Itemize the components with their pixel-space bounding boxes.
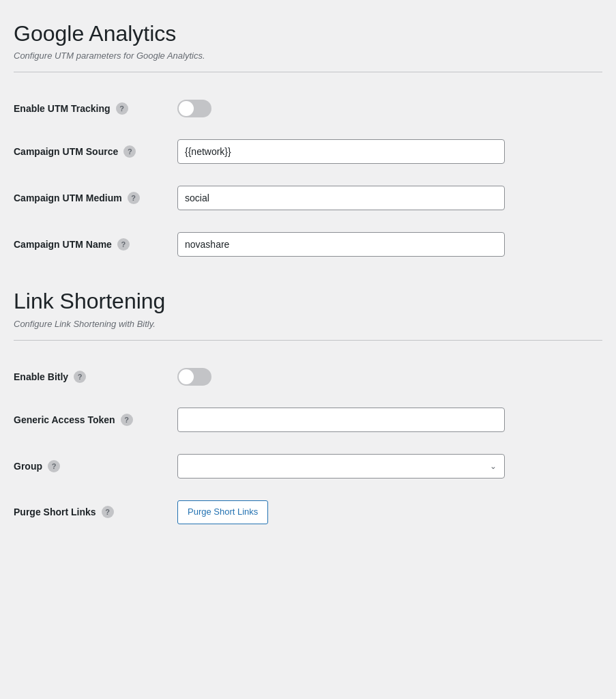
campaign-utm-medium-control bbox=[177, 186, 602, 210]
campaign-utm-medium-input[interactable] bbox=[177, 186, 505, 210]
enable-utm-tracking-help-icon[interactable]: ? bbox=[116, 102, 128, 115]
campaign-utm-name-control bbox=[177, 232, 602, 257]
enable-bitly-label-cell: Enable Bitly ? bbox=[14, 371, 177, 383]
enable-bitly-toggle[interactable] bbox=[177, 368, 211, 386]
purge-short-links-help-icon[interactable]: ? bbox=[102, 506, 114, 518]
purge-short-links-button[interactable]: Purge Short Links bbox=[177, 500, 268, 524]
enable-bitly-help-icon[interactable]: ? bbox=[74, 371, 86, 383]
campaign-utm-source-control bbox=[177, 139, 602, 164]
enable-bitly-label: Enable Bitly bbox=[14, 371, 68, 382]
purge-short-links-row: Purge Short Links ? Purge Short Links bbox=[14, 489, 602, 535]
campaign-utm-medium-help-icon[interactable]: ? bbox=[128, 192, 140, 204]
generic-access-token-label: Generic Access Token bbox=[14, 414, 115, 425]
group-label-cell: Group ? bbox=[14, 460, 177, 472]
purge-short-links-label-cell: Purge Short Links ? bbox=[14, 506, 177, 518]
enable-utm-tracking-toggle[interactable] bbox=[177, 100, 211, 117]
google-analytics-divider bbox=[14, 72, 602, 72]
campaign-utm-source-label-cell: Campaign UTM Source ? bbox=[14, 145, 177, 158]
group-help-icon[interactable]: ? bbox=[48, 460, 60, 472]
campaign-utm-medium-label-cell: Campaign UTM Medium ? bbox=[14, 192, 177, 204]
group-label: Group bbox=[14, 461, 42, 472]
group-select[interactable] bbox=[177, 454, 505, 479]
enable-utm-tracking-label: Enable UTM Tracking bbox=[14, 103, 111, 114]
google-analytics-section: Google Analytics Configure UTM parameter… bbox=[14, 20, 602, 268]
link-shortening-divider bbox=[14, 340, 602, 341]
campaign-utm-medium-row: Campaign UTM Medium ? bbox=[14, 175, 602, 221]
campaign-utm-source-label: Campaign UTM Source bbox=[14, 146, 118, 157]
campaign-utm-medium-label: Campaign UTM Medium bbox=[14, 192, 122, 203]
enable-bitly-control bbox=[177, 368, 602, 386]
generic-access-token-label-cell: Generic Access Token ? bbox=[14, 414, 177, 426]
google-analytics-title: Google Analytics bbox=[14, 20, 602, 46]
campaign-utm-source-help-icon[interactable]: ? bbox=[123, 145, 136, 158]
campaign-utm-name-row: Campaign UTM Name ? bbox=[14, 221, 602, 268]
google-analytics-subtitle: Configure UTM parameters for Google Anal… bbox=[14, 51, 602, 61]
generic-access-token-row: Generic Access Token ? bbox=[14, 397, 602, 443]
link-shortening-section: Link Shortening Configure Link Shortenin… bbox=[14, 288, 602, 534]
enable-utm-tracking-control bbox=[177, 100, 602, 117]
campaign-utm-name-input[interactable] bbox=[177, 232, 505, 257]
google-analytics-header: Google Analytics Configure UTM parameter… bbox=[14, 20, 602, 61]
link-shortening-title: Link Shortening bbox=[14, 288, 602, 314]
campaign-utm-source-input[interactable] bbox=[177, 139, 505, 164]
enable-bitly-row: Enable Bitly ? bbox=[14, 357, 602, 397]
purge-short-links-control: Purge Short Links bbox=[177, 500, 602, 524]
group-row: Group ? ⌄ bbox=[14, 443, 602, 489]
group-control: ⌄ bbox=[177, 454, 602, 479]
generic-access-token-input[interactable] bbox=[177, 408, 505, 432]
campaign-utm-name-label: Campaign UTM Name bbox=[14, 239, 112, 250]
campaign-utm-name-help-icon[interactable]: ? bbox=[117, 238, 130, 251]
generic-access-token-control bbox=[177, 408, 602, 432]
campaign-utm-name-label-cell: Campaign UTM Name ? bbox=[14, 238, 177, 251]
link-shortening-header: Link Shortening Configure Link Shortenin… bbox=[14, 288, 602, 328]
generic-access-token-help-icon[interactable]: ? bbox=[121, 414, 133, 426]
enable-utm-tracking-label-cell: Enable UTM Tracking ? bbox=[14, 102, 177, 115]
enable-utm-tracking-row: Enable UTM Tracking ? bbox=[14, 89, 602, 128]
purge-short-links-label: Purge Short Links bbox=[14, 507, 96, 517]
group-select-wrapper: ⌄ bbox=[177, 454, 505, 479]
campaign-utm-source-row: Campaign UTM Source ? bbox=[14, 128, 602, 175]
link-shortening-subtitle: Configure Link Shortening with Bitly. bbox=[14, 319, 602, 329]
